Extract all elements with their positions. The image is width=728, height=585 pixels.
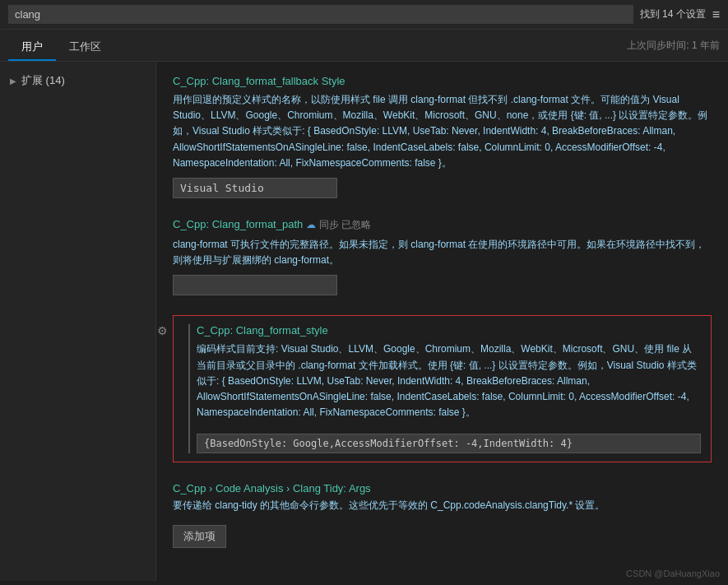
main-settings: C_Cpp: Clang_format_fallback Style 用作回退的… (156, 62, 728, 581)
tab-workspace[interactable]: 工作区 (56, 35, 114, 61)
add-item-button[interactable]: 添加项 (173, 525, 226, 548)
search-result-count: 找到 14 个设置 (640, 7, 706, 21)
sidebar-extensions-label: 扩展 (14) (21, 73, 65, 88)
tabs-left: 用户 工作区 (8, 35, 114, 61)
setting-format-style-inner: C_Cpp: Clang_format_style 编码样式目前支持: Visu… (188, 324, 701, 453)
sync-time: 上次同步时间: 1 年前 (627, 39, 720, 58)
tabs-bar: 用户 工作区 上次同步时间: 1 年前 (0, 30, 728, 62)
setting-format-style-desc: 编码样式目前支持: Visual Studio、LLVM、Google、Chro… (197, 341, 701, 420)
footer-watermark: CSDN @DaHuangXiao (626, 569, 720, 578)
sync-ignored-text: 同步 已忽略 (319, 219, 371, 230)
tab-user[interactable]: 用户 (8, 35, 56, 61)
setting-format-path-desc: clang-format 可执行文件的完整路径。如果未指定，则 clang-fo… (173, 237, 712, 268)
setting-format-path-input[interactable] (173, 275, 337, 295)
search-input[interactable] (8, 5, 633, 24)
setting-format-style: ⚙ C_Cpp: Clang_format_style 编码样式目前支持: Vi… (173, 315, 712, 462)
sync-cloud-icon: ☁ (306, 219, 316, 230)
setting-format-style-value[interactable]: {BasedOnStyle: Google,AccessModifierOffs… (197, 434, 701, 453)
chevron-right-icon: ▶ (10, 77, 16, 86)
setting-fallback-style: C_Cpp: Clang_format_fallback Style 用作回退的… (173, 75, 712, 198)
setting-fallback-style-input[interactable] (173, 178, 337, 198)
setting-clang-tidy-args-title: C_Cpp › Code Analysis › Clang Tidy: Args (173, 482, 712, 494)
setting-format-style-title: C_Cpp: Clang_format_style (197, 324, 701, 337)
menu-icon[interactable]: ≡ (712, 7, 720, 22)
search-bar: 找到 14 个设置 ≡ (0, 0, 728, 30)
content-area: ▶ 扩展 (14) C_Cpp: Clang_format_fallback S… (0, 62, 728, 581)
sidebar-item-extensions[interactable]: ▶ 扩展 (14) (0, 70, 155, 91)
setting-format-path: C_Cpp: Clang_format_path ☁ 同步 已忽略 clang-… (173, 218, 712, 295)
setting-clang-tidy-args-desc: 要传递给 clang-tidy 的其他命令行参数。这些优先于等效的 C_Cpp.… (173, 498, 712, 513)
gear-icon[interactable]: ⚙ (157, 324, 168, 337)
setting-clang-tidy-args: C_Cpp › Code Analysis › Clang Tidy: Args… (173, 482, 712, 548)
setting-format-path-title-text: C_Cpp: Clang_format_path (173, 218, 303, 230)
setting-fallback-style-desc: 用作回退的预定义样式的名称，以防使用样式 file 调用 clang-forma… (173, 92, 712, 171)
sidebar: ▶ 扩展 (14) (0, 62, 156, 581)
setting-format-path-title: C_Cpp: Clang_format_path ☁ 同步 已忽略 (173, 218, 712, 232)
setting-fallback-style-title: C_Cpp: Clang_format_fallback Style (173, 75, 712, 87)
